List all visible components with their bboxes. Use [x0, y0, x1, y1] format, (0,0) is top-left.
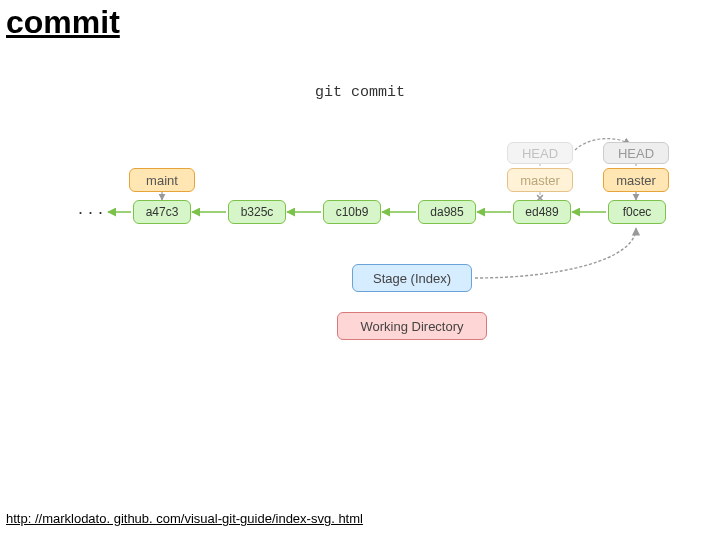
commit-node: ed489	[513, 200, 571, 224]
branch-master-new: master	[603, 168, 669, 192]
branch-master-old: master	[507, 168, 573, 192]
stage-box: Stage (Index)	[352, 264, 472, 292]
head-new-label: HEAD	[603, 142, 669, 164]
commit-node: b325c	[228, 200, 286, 224]
commit-node: da985	[418, 200, 476, 224]
history-ellipsis: · · ·	[78, 202, 103, 223]
git-command: git commit	[315, 84, 405, 101]
commit-node: a47c3	[133, 200, 191, 224]
slide-title: commit	[6, 4, 120, 41]
working-directory-box: Working Directory	[337, 312, 487, 340]
branch-maint: maint	[129, 168, 195, 192]
commit-node: c10b9	[323, 200, 381, 224]
source-link[interactable]: http: //marklodato. github. com/visual-g…	[6, 511, 363, 526]
git-diagram: HEAD HEAD maint master master · · · a47c…	[0, 130, 720, 390]
commit-node: f0cec	[608, 200, 666, 224]
head-old-label: HEAD	[507, 142, 573, 164]
